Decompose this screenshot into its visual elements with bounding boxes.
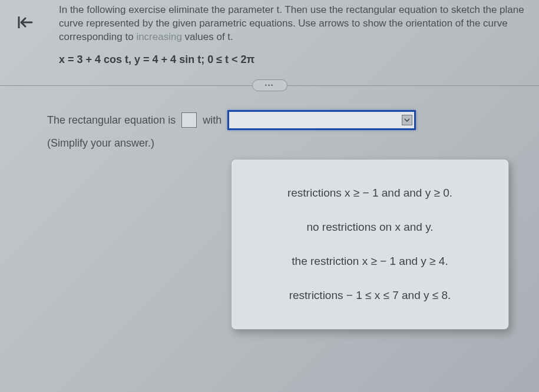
- divider: •••: [0, 79, 539, 91]
- arrow-left-bar-icon: [16, 15, 33, 29]
- restrictions-dropdown[interactable]: [227, 110, 416, 130]
- dropdown-option[interactable]: the restriction x ≥ − 1 and y ≥ 4.: [237, 244, 502, 278]
- dropdown-option[interactable]: restrictions x ≥ − 1 and and y ≥ 0.: [237, 176, 502, 210]
- chevron-down-icon: [404, 118, 410, 122]
- prompt-increasing-word: increasing: [136, 31, 182, 42]
- back-button[interactable]: [13, 11, 37, 34]
- expand-pill[interactable]: •••: [252, 79, 287, 91]
- prompt-text-1: In the following exercise eliminate the …: [59, 4, 524, 42]
- answer-with: with: [203, 113, 221, 127]
- equation-answer-input[interactable]: [181, 112, 197, 128]
- simplify-note: (Simplify your answer.): [47, 136, 533, 150]
- parametric-equations: x = 3 + 4 cos t, y = 4 + 4 sin t; 0 ≤ t …: [59, 52, 533, 67]
- answer-prefix: The rectangular equation is: [47, 113, 176, 127]
- dropdown-option[interactable]: no restrictions on x and y.: [237, 210, 502, 244]
- exercise-prompt: In the following exercise eliminate the …: [59, 4, 533, 44]
- dropdown-arrow-button[interactable]: [402, 115, 412, 125]
- prompt-text-2: values of t.: [182, 31, 233, 42]
- ellipsis-icon: •••: [265, 82, 274, 89]
- dropdown-option[interactable]: restrictions − 1 ≤ x ≤ 7 and y ≤ 8.: [237, 278, 502, 313]
- restrictions-dropdown-panel: restrictions x ≥ − 1 and and y ≥ 0. no r…: [231, 159, 509, 330]
